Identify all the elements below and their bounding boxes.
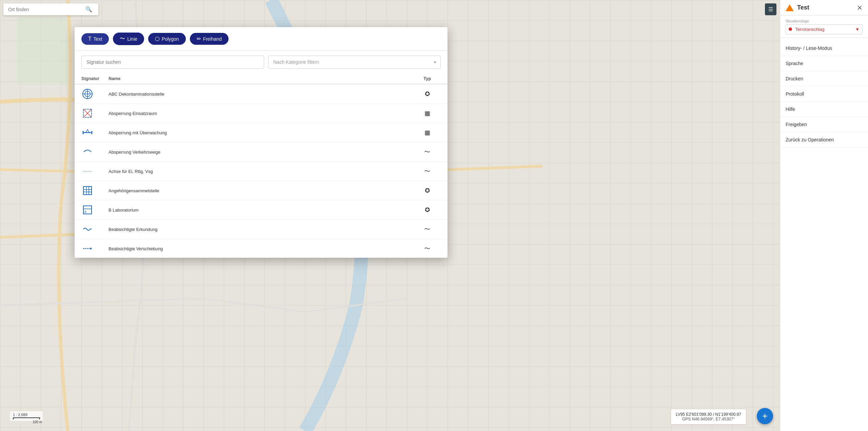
- polygon-tab-label: Polygon: [162, 36, 179, 42]
- sig-icon-b-labor: B: [81, 204, 94, 216]
- sig-type-5: ✪: [414, 187, 441, 194]
- sig-name-4: Achse für Ei, Rttg, Vsg: [108, 169, 414, 174]
- sig-name-2: Absperrung mit Überwachung: [108, 130, 414, 135]
- sidebar-title: Test: [797, 4, 809, 11]
- signatur-search-input[interactable]: [81, 56, 264, 68]
- sig-icon-absperr-einsatz: [81, 107, 94, 119]
- sidebar-menu: History- / Lese-ModusSpracheDruckenProto…: [780, 38, 868, 431]
- table-row[interactable]: Achse für Ei, Rttg, Vsg 〜: [75, 162, 448, 181]
- sig-type-4: 〜: [414, 167, 441, 175]
- freihand-tab-label: Freihand: [203, 36, 222, 42]
- sig-name-3: Absperrung Verkehrswege: [108, 150, 414, 155]
- sig-type-1: ▦: [414, 110, 441, 117]
- header-name: Name: [108, 76, 414, 81]
- sidebar-title-area: Test: [786, 4, 809, 11]
- category-filter-select[interactable]: Nach Kategorie filtern: [268, 56, 441, 68]
- sig-icon-erkundung: [81, 223, 94, 235]
- search-icon: 🔍: [85, 6, 92, 13]
- svg-text:B: B: [84, 210, 86, 214]
- table-row[interactable]: Absperrung Einsatzraum ▦: [75, 104, 448, 123]
- table-row[interactable]: B B Laboratorium ✪: [75, 200, 448, 220]
- signature-modal: T Text 〜 Linie ⬡ Polygon ✏ Freihand Nach…: [75, 27, 448, 258]
- sig-name-7: Beabsichtigte Erkundung: [108, 227, 414, 232]
- sig-icon-verschiebung: [81, 242, 94, 255]
- tab-freihand[interactable]: ✏ Freihand: [190, 33, 229, 45]
- situationslage-select[interactable]: Terroranschlag ▼: [786, 24, 863, 34]
- sig-type-0: ✪: [414, 90, 441, 98]
- coords-bar: LV95 E2'601'099.30 / N1'199'400.87 GPS N…: [671, 409, 746, 424]
- header-signatur: Signatur: [81, 76, 108, 81]
- table-row[interactable]: Absperrung mit Überwachung ▦: [75, 123, 448, 142]
- dropdown-chevron-icon: ▼: [855, 27, 860, 32]
- scale-bar: 1 : 2,099 100 m: [10, 411, 43, 421]
- svg-rect-0: [17, 17, 68, 85]
- sidebar-menu-item[interactable]: Sprache: [780, 56, 868, 71]
- table-header: Signatur Name Typ: [75, 73, 448, 84]
- sig-name-1: Absperrung Einsatzraum: [108, 111, 414, 116]
- right-sidebar: Test ✕ Situationslage Terroranschlag ▼ H…: [780, 0, 868, 431]
- sig-icon-angehoerigen: [81, 184, 94, 197]
- sig-name-5: Angehörigensammelstelle: [108, 188, 414, 193]
- sig-icon-absperr-ueberwachung: [81, 126, 94, 139]
- search-input[interactable]: [8, 7, 83, 12]
- search-bar[interactable]: 🔍: [3, 3, 98, 15]
- modal-toolbar: T Text 〜 Linie ⬡ Polygon ✏ Freihand: [75, 27, 448, 51]
- table-row[interactable]: Absperrung Verkehrswege 〜: [75, 142, 448, 162]
- svg-marker-24: [91, 247, 92, 250]
- app-logo-icon: [786, 4, 794, 11]
- sig-icon-absperr-verkehr: [81, 146, 94, 158]
- situationslage-section: Situationslage Terroranschlag ▼: [780, 16, 868, 38]
- text-tab-icon: T: [88, 36, 92, 42]
- table-row[interactable]: Beabsichtigte Verschiebung 〜: [75, 239, 448, 258]
- text-tab-label: Text: [94, 36, 102, 42]
- tab-text[interactable]: T Text: [81, 33, 109, 45]
- sidebar-close-button[interactable]: ✕: [857, 4, 863, 11]
- sig-icon-achse: [81, 165, 94, 177]
- sidebar-menu-item[interactable]: Freigeben: [780, 117, 868, 132]
- category-filter-wrapper: Nach Kategorie filtern: [268, 56, 441, 68]
- situationslage-label: Situationslage: [786, 19, 863, 23]
- modal-filters: Nach Kategorie filtern: [75, 51, 448, 73]
- terroranschlag-dot-icon: [789, 27, 792, 31]
- linie-tab-icon: 〜: [120, 35, 125, 42]
- table-row[interactable]: Beabsichtigte Erkundung 〜: [75, 220, 448, 239]
- sig-type-2: ▦: [414, 129, 441, 136]
- linie-tab-label: Linie: [127, 36, 137, 42]
- sig-type-3: 〜: [414, 148, 441, 156]
- sig-icon-abc: [81, 88, 94, 100]
- sidebar-menu-item[interactable]: Zurück zu Operationen: [780, 132, 868, 148]
- situationslage-value: Terroranschlag: [795, 27, 824, 32]
- header-typ: Typ: [414, 76, 441, 81]
- table-row[interactable]: ABC Dekontaminationsstelle ✪: [75, 84, 448, 104]
- freihand-tab-icon: ✏: [197, 36, 201, 42]
- sig-name-8: Beabsichtigte Verschiebung: [108, 246, 414, 251]
- sidebar-menu-item[interactable]: Hilfe: [780, 102, 868, 117]
- svg-marker-13: [86, 130, 89, 133]
- sidebar-menu-item[interactable]: Drucken: [780, 71, 868, 86]
- sig-name-6: B Laboratorium: [108, 208, 414, 213]
- sidebar-menu-item[interactable]: Protokoll: [780, 86, 868, 102]
- sig-type-6: ✪: [414, 206, 441, 214]
- sidebar-header: Test ✕: [780, 0, 868, 16]
- sig-type-7: 〜: [414, 225, 441, 233]
- sidebar-menu-item[interactable]: History- / Lese-Modus: [780, 41, 868, 56]
- polygon-tab-icon: ⬡: [155, 36, 160, 42]
- modal-table[interactable]: Signatur Name Typ ABC Dekontaminationsst…: [75, 73, 448, 258]
- sig-type-8: 〜: [414, 244, 441, 253]
- hamburger-button[interactable]: ☰: [765, 3, 776, 15]
- add-button[interactable]: +: [757, 408, 773, 424]
- table-row[interactable]: Angehörigensammelstelle ✪: [75, 181, 448, 200]
- tab-polygon[interactable]: ⬡ Polygon: [148, 33, 186, 45]
- tab-linie[interactable]: 〜 Linie: [113, 33, 144, 45]
- svg-rect-15: [83, 187, 92, 195]
- sig-name-0: ABC Dekontaminationsstelle: [108, 92, 414, 97]
